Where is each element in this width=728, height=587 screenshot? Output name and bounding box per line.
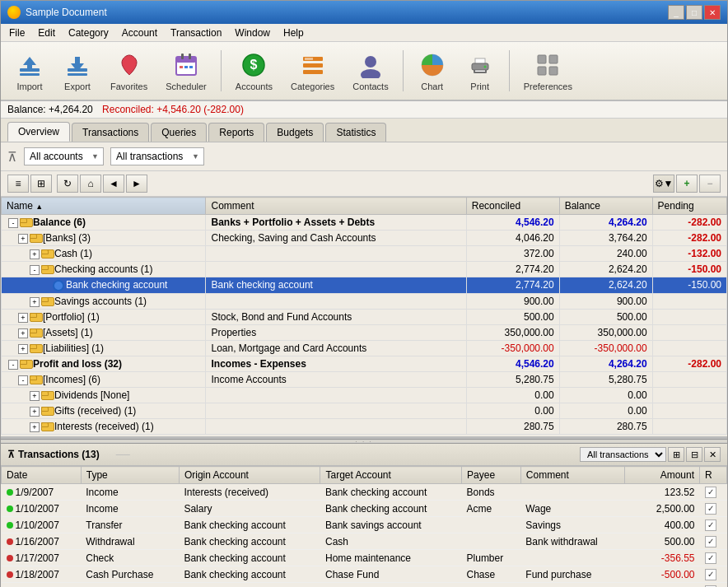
grid-view-button[interactable]: ⊞ bbox=[30, 175, 52, 193]
tab-reports[interactable]: Reports bbox=[208, 123, 264, 142]
menu-window[interactable]: Window bbox=[230, 26, 275, 40]
minimize-button[interactable]: _ bbox=[668, 5, 684, 20]
reconcile-checkbox[interactable] bbox=[705, 487, 716, 498]
menu-edit[interactable]: Edit bbox=[33, 26, 60, 40]
balance-cell: 2,624.20 bbox=[559, 262, 652, 277]
tree-expand-icon[interactable]: + bbox=[30, 297, 40, 307]
home-button[interactable]: ⌂ bbox=[80, 175, 101, 193]
trans-col-amount[interactable]: Amount bbox=[624, 467, 699, 484]
trans-filter-select[interactable]: All transactions bbox=[580, 447, 666, 462]
tree-expand-icon[interactable]: + bbox=[18, 328, 28, 338]
list-item[interactable]: 1/10/2007IncomeSalaryBank checking accou… bbox=[2, 501, 727, 517]
close-button[interactable]: ✕ bbox=[704, 5, 721, 20]
col-header-reconciled[interactable]: Reconciled bbox=[466, 198, 559, 215]
reconcile-checkbox[interactable] bbox=[705, 503, 716, 515]
contacts-button[interactable]: Contacts bbox=[345, 46, 395, 96]
import-button[interactable]: Import bbox=[7, 46, 52, 96]
tree-expand-icon[interactable]: + bbox=[30, 422, 40, 432]
trans-col-comment[interactable]: Comment bbox=[520, 467, 624, 484]
trans-col-target[interactable]: Target Account bbox=[320, 467, 462, 484]
trans-col-r[interactable]: R bbox=[700, 467, 727, 484]
type-cell: Income bbox=[81, 484, 179, 501]
trans-col-date[interactable]: Date bbox=[2, 467, 82, 484]
menu-transaction[interactable]: Transaction bbox=[166, 26, 226, 40]
menu-category[interactable]: Category bbox=[63, 26, 114, 40]
trans-col-origin[interactable]: Origin Account bbox=[179, 467, 320, 484]
tab-transactions[interactable]: Transactions bbox=[72, 123, 149, 142]
col-header-comment[interactable]: Comment bbox=[206, 198, 466, 215]
list-item[interactable]: 1/10/2007TransferBank checking accountBa… bbox=[2, 517, 727, 533]
table-row[interactable]: +[Banks] (3)Checking, Saving and Cash Ac… bbox=[2, 231, 727, 246]
refresh-button[interactable]: ↻ bbox=[57, 175, 78, 193]
table-row[interactable]: +[Portfolio] (1)Stock, Bond and Fund Acc… bbox=[2, 309, 727, 324]
green-dot-icon bbox=[7, 522, 13, 529]
trans-action-btn2[interactable]: ⊟ bbox=[686, 447, 702, 462]
prev-button[interactable]: ◄ bbox=[103, 175, 124, 193]
svg-rect-28 bbox=[549, 55, 558, 63]
payee-cell: Bonds bbox=[462, 484, 521, 501]
trans-col-payee[interactable]: Payee bbox=[462, 467, 521, 484]
categories-button[interactable]: Categories bbox=[283, 46, 342, 96]
table-row[interactable]: +Dividends [None]0.000.00 bbox=[2, 387, 727, 403]
print-button[interactable]: Print bbox=[458, 46, 502, 96]
table-row[interactable]: +Gifts (received) (1)0.000.00 bbox=[2, 403, 727, 418]
table-row[interactable]: +Savings accounts (1)900.00900.00 bbox=[2, 293, 727, 309]
tree-expand-icon[interactable]: + bbox=[18, 234, 28, 244]
tab-statistics[interactable]: Statistics bbox=[325, 123, 386, 142]
table-row[interactable]: +Cash (1)372.00240.00-132.00 bbox=[2, 246, 727, 262]
transactions-filter[interactable]: All transactions bbox=[110, 147, 204, 165]
trans-action-btn1[interactable]: ⊞ bbox=[668, 447, 684, 462]
table-row[interactable]: -Profit and loss (32)Incomes - Expenses4… bbox=[2, 356, 727, 371]
scheduler-button[interactable]: Scheduler bbox=[158, 46, 214, 96]
table-row[interactable]: +[Assets] (1)Properties350,000.00350,000… bbox=[2, 324, 727, 340]
table-row[interactable]: -Checking accounts (1)2,774.202,624.20-1… bbox=[2, 262, 727, 277]
table-row[interactable]: -[Incomes] (6)Income Accounts5,280.755,2… bbox=[2, 371, 727, 387]
export-button[interactable]: Export bbox=[55, 46, 100, 96]
reconcile-checkbox[interactable] bbox=[705, 536, 716, 547]
maximize-button[interactable]: □ bbox=[686, 5, 702, 20]
settings-button[interactable]: ⚙▼ bbox=[653, 175, 674, 193]
list-item[interactable]: 1/17/2007CheckBank checking accountHome … bbox=[2, 550, 727, 566]
next-button[interactable]: ► bbox=[126, 175, 147, 193]
tab-queries[interactable]: Queries bbox=[151, 123, 207, 142]
col-header-name[interactable]: Name ▲ bbox=[2, 198, 206, 215]
reconcile-checkbox[interactable] bbox=[705, 552, 716, 564]
chart-button[interactable]: Chart bbox=[410, 46, 455, 96]
tab-overview[interactable]: Overview bbox=[7, 122, 70, 142]
list-item[interactable]: 1/18/2007TransferHome MortgageBank check… bbox=[2, 583, 727, 588]
col-header-pending[interactable]: Pending bbox=[652, 198, 726, 215]
tree-expand-icon[interactable]: - bbox=[18, 375, 28, 385]
tree-expand-icon[interactable]: + bbox=[30, 391, 40, 401]
accounts-filter[interactable]: All accounts bbox=[24, 147, 104, 165]
list-item[interactable]: 1/16/2007WithdrawalBank checking account… bbox=[2, 533, 727, 550]
table-row[interactable]: +[Liabilities] (1)Loan, Mortgage and Car… bbox=[2, 340, 727, 356]
list-item[interactable]: 1/18/2007Cash PurchaseBank checking acco… bbox=[2, 566, 727, 583]
list-item[interactable]: 1/9/2007IncomeInterests (received)Bank c… bbox=[2, 484, 727, 501]
tree-expand-icon[interactable]: - bbox=[8, 218, 18, 228]
reconcile-checkbox[interactable] bbox=[705, 569, 716, 580]
list-view-button[interactable]: ≡ bbox=[7, 175, 29, 193]
tree-expand-icon[interactable]: + bbox=[18, 344, 28, 354]
add-button[interactable]: + bbox=[676, 175, 698, 193]
menu-account[interactable]: Account bbox=[117, 26, 162, 40]
tree-expand-icon[interactable]: + bbox=[30, 249, 40, 259]
trans-action-btn3[interactable]: ✕ bbox=[704, 447, 721, 462]
tree-expand-icon[interactable]: - bbox=[8, 360, 18, 370]
tree-expand-icon[interactable]: + bbox=[18, 313, 28, 323]
remove-button[interactable]: − bbox=[699, 175, 721, 193]
reconcile-checkbox[interactable] bbox=[705, 519, 716, 531]
preferences-button[interactable]: Preferences bbox=[516, 46, 580, 96]
col-header-balance[interactable]: Balance bbox=[559, 198, 652, 215]
folder-icon bbox=[30, 375, 41, 384]
tree-expand-icon[interactable]: - bbox=[30, 265, 40, 275]
table-row[interactable]: +Interests (received) (1)280.75280.75 bbox=[2, 418, 727, 434]
menu-help[interactable]: Help bbox=[278, 26, 309, 40]
tree-expand-icon[interactable]: + bbox=[30, 407, 40, 417]
trans-col-type[interactable]: Type bbox=[81, 467, 179, 484]
table-row[interactable]: -Balance (6)Banks + Portfolio + Assets +… bbox=[2, 215, 727, 231]
accounts-button[interactable]: $ Accounts bbox=[228, 46, 280, 96]
favorites-button[interactable]: Favorites bbox=[103, 46, 155, 96]
tab-budgets[interactable]: Budgets bbox=[266, 123, 324, 142]
menu-file[interactable]: File bbox=[4, 26, 30, 40]
table-row[interactable]: Bank checking accountBank checking accou… bbox=[2, 277, 727, 294]
